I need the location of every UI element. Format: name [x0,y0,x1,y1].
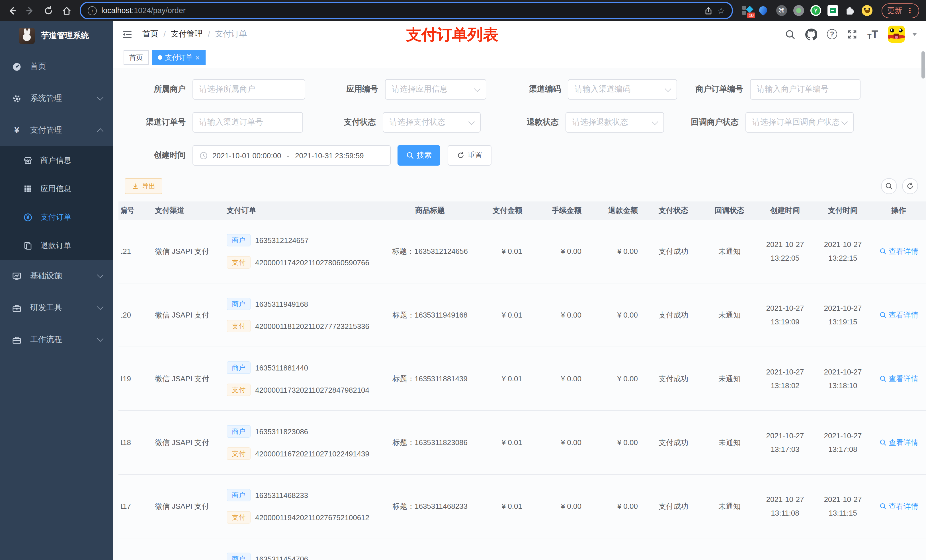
create-time-range-picker[interactable]: 2021-10-01 00:00:00 - 2021-10-31 23:59:5… [192,145,391,166]
order-numbers: 商户1635311823086 支付4200001167202110271022… [227,425,376,460]
forward-icon[interactable] [25,5,35,16]
pay-status-select[interactable]: 请选择支付状态 [383,112,481,133]
sidebar-item-dev-tools[interactable]: 研发工具 [0,292,113,324]
close-icon[interactable] [195,54,200,61]
pay-amount: ¥ 0.01 [484,374,528,383]
extension-chat-icon[interactable] [828,5,838,16]
col-header: 商品标题 [376,205,484,216]
fee-amount: ¥ 0.00 [528,247,587,255]
extension-badge: 10 [747,12,755,18]
sidebar-item-pay[interactable]: ¥ 支付管理 [0,115,113,146]
notify-status-select[interactable]: 请选择订单回调商户状态 [746,112,854,133]
bookmark-star-icon[interactable] [717,6,725,15]
tab-pay-order[interactable]: 支付订单 [152,50,205,65]
extension-status-icon[interactable] [793,5,804,16]
sidebar-item-label: 退款订单 [41,241,71,251]
merchant-tag: 商户 [227,425,251,438]
reset-button[interactable]: 重置 [448,145,492,166]
merchant-tag: 商户 [227,489,251,501]
sidebar-item-refund-order[interactable]: 退款订单 [0,232,113,260]
table-tools [881,178,918,194]
font-size-icon[interactable] [867,29,878,39]
user-menu-caret-icon[interactable] [912,33,917,36]
sidebar-item-label: 系统管理 [30,93,62,104]
sidebar-item-home[interactable]: 首页 [0,51,113,83]
pay-tag: 支付 [227,320,251,332]
date-separator: - [286,151,291,160]
back-icon[interactable] [7,5,17,16]
export-button[interactable]: 导出 [125,178,162,194]
sidebar-item-system[interactable]: 系统管理 [0,83,113,115]
order-numbers: 商户1635311454706 [227,538,376,560]
sidebar-item-infra[interactable]: 基础设施 [0,260,113,292]
toggle-search-button[interactable] [881,178,897,194]
browser-menu-icon[interactable] [906,6,914,15]
sidebar-item-label: 支付管理 [30,125,62,136]
sidebar-item-pay-order[interactable]: ¥ 支付订单 [0,203,113,232]
pay-time: 2021-10-2713:11:15 [814,492,872,520]
chevron-down-icon [97,335,104,342]
share-icon[interactable] [704,6,713,15]
vertical-scrollbar-thumb[interactable] [921,51,925,78]
merchant-order-no: 1635312124657 [255,236,309,245]
pay-channel: 微信 JSAPI 支付 [141,437,227,448]
header-actions [785,26,917,43]
collapse-sidebar-icon[interactable] [122,29,133,39]
extension-y-icon[interactable] [810,5,821,16]
puzzle-extensions-icon[interactable] [844,5,855,16]
refund-amount: ¥ 0.00 [587,374,643,383]
reload-icon[interactable] [43,5,53,16]
channel-order-no-input[interactable]: 请输入渠道订单号 [192,112,303,133]
chevron-down-icon [97,272,104,278]
browser-update-button[interactable]: 更新 [882,3,919,18]
magnifier-icon [879,439,887,446]
search-button[interactable]: 搜索 [398,145,440,166]
pay-amount: ¥ 0.01 [484,311,528,319]
merchant-order-no: 1635311823086 [255,427,308,436]
help-icon[interactable] [827,29,837,39]
extension-icon[interactable]: 10 [742,5,753,16]
sidebar-item-workflow[interactable]: 工作流程 [0,324,113,356]
date-start: 2021-10-01 00:00:00 [212,151,281,160]
order-numbers: 商户1635311468233 支付4200001194202110276752… [227,489,376,524]
breadcrumb: 首页 / 支付管理 / 支付订单 [142,29,247,39]
github-icon[interactable] [805,28,817,40]
refresh-table-button[interactable] [902,178,918,194]
merchant-order-no-input[interactable]: 请输入商户订单编号 [750,79,861,100]
pay-order-no: 4200001167202110271022491439 [255,449,369,458]
pay-status: 支付成功 [643,310,703,320]
channel-code-select[interactable]: 请输入渠道编码 [568,79,677,100]
sidebar-item-app-info[interactable]: 应用信息 [0,175,113,203]
extension-balloon-icon[interactable] [759,5,770,16]
tab-home[interactable]: 首页 [124,50,149,65]
app-select[interactable]: 请选择应用信息 [385,79,486,100]
logo[interactable]: 芋道管理系统 [0,21,113,51]
refund-status-select[interactable]: 请选择退款状态 [566,112,664,133]
sidebar-item-merchant-info[interactable]: 商户信息 [0,146,113,175]
view-detail-link[interactable]: 查看详情 [879,246,918,257]
extension-command-icon[interactable] [776,5,787,16]
fullscreen-icon[interactable] [847,29,858,39]
site-info-icon[interactable] [88,6,97,15]
order-numbers: 商户1635311881440 支付4200001173202110272847… [227,361,376,396]
placeholder: 请输入渠道订单号 [199,117,296,127]
home-icon[interactable] [62,5,72,16]
view-detail-link[interactable]: 查看详情 [879,374,918,384]
view-detail-link[interactable]: 查看详情 [879,437,918,448]
view-detail-link[interactable]: 查看详情 [879,501,918,511]
view-detail-link[interactable]: 查看详情 [879,310,918,320]
profile-emoji-icon[interactable] [862,5,873,16]
breadcrumb-home[interactable]: 首页 [142,29,158,39]
pay-order-no: 4200001194202110276752100612 [255,513,369,522]
address-bar[interactable]: localhost:1024/pay/order [80,2,733,20]
field-label: 回调商户状态 [664,117,746,127]
pay-status: 支付成功 [643,246,703,257]
merchant-select[interactable]: 请选择所属商户 [192,79,305,100]
chevron-down-icon [468,118,475,125]
user-avatar[interactable] [888,26,905,43]
search-icon[interactable] [785,29,796,39]
chevron-up-icon [97,128,104,135]
shop-icon [23,156,32,165]
breadcrumb-pay[interactable]: 支付管理 [171,29,203,39]
browser-toolbar: localhost:1024/pay/order 10 更新 [0,0,926,21]
